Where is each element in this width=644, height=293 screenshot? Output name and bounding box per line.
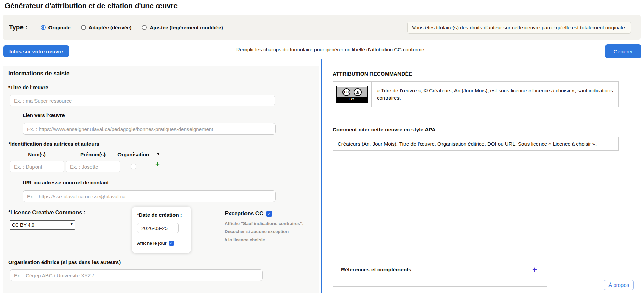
apa-citation-text: Créateurs (An, Jour Mois). Titre de l'œu… (333, 137, 618, 150)
result-panel: ATTRIBUTION RECOMMANDÉE CC BY « Titre de… (322, 59, 644, 293)
show-day-checkbox[interactable]: ✓ (169, 241, 174, 246)
authors-label: *Identification des autrices et auteurs (8, 141, 99, 147)
about-button[interactable]: À propos (604, 280, 634, 290)
type-bar: Type : Originale Adaptée (dérivée) Ajust… (3, 15, 641, 40)
link-input[interactable] (23, 123, 276, 135)
cc-icon: CC (342, 88, 350, 96)
toolbar-instruction: Remplir les champs du formulaire pour gé… (236, 46, 426, 52)
cc-badge-top: CC (337, 87, 367, 97)
radio-originale[interactable]: Originale (41, 25, 71, 30)
generate-button[interactable]: Générer (605, 44, 641, 58)
column-header-name: Nom(s) (10, 151, 64, 157)
radio-originale-label: Originale (48, 25, 71, 30)
licence-label: *Licence Creative Commons : (8, 210, 85, 216)
title-label: *Titre de l'œuvre (8, 84, 48, 90)
title-input[interactable] (10, 95, 275, 106)
organisation-checkbox[interactable] (131, 164, 136, 169)
apa-heading: Comment citer cette oeuvre en style APA … (333, 126, 438, 133)
author-name-input[interactable] (10, 161, 64, 172)
type-info-box: Vous êtes titulaire(s) des droits d'aute… (407, 22, 631, 34)
radio-ajustee[interactable]: Ajustée (légèrement modifiée) (142, 25, 223, 30)
date-card: *Date de création : Affiche le jour ✓ (132, 207, 191, 253)
radio-unselected-icon (81, 25, 86, 30)
column-header-firstname: Prénom(s) (66, 151, 120, 157)
exceptions-help-line3: à la licence choisie. (225, 237, 266, 242)
radio-ajustee-label: Ajustée (légèrement modifiée) (150, 25, 223, 30)
person-icon (354, 88, 362, 96)
exceptions-label: Exceptions CC (225, 211, 263, 217)
exceptions-help-line1: Affiche "Sauf indications contraires". (225, 221, 303, 226)
by-label: BY (337, 97, 367, 102)
exceptions-help-line2: Décocher si aucune exception (225, 229, 289, 234)
org-input[interactable] (10, 269, 263, 281)
badge-cell: CC BY (333, 82, 372, 107)
link-label: Lien vers l'œuvre (23, 112, 65, 118)
help-column-header: ? (155, 151, 162, 157)
attribution-text: « Titre de l'œuvre », © Créateurs, An (J… (372, 83, 618, 106)
form-heading: Informations de saisie (8, 70, 70, 77)
expand-references-button[interactable]: + (532, 266, 537, 274)
author-firstname-input[interactable] (66, 161, 120, 172)
show-day-label: Affiche le jour (137, 241, 167, 246)
attribution-heading: ATTRIBUTION RECOMMANDÉE (333, 71, 412, 77)
cc-by-badge: CC BY (336, 86, 368, 103)
licence-select[interactable]: CC BY 4.0 (10, 220, 75, 230)
date-label: *Date de création : (137, 212, 182, 218)
page-title: Générateur d'attribution et de citation … (5, 2, 178, 10)
form-panel: Informations de saisie *Titre de l'œuvre… (3, 66, 319, 293)
radio-unselected-icon (142, 25, 147, 30)
radio-selected-icon (41, 25, 46, 30)
references-label: Références et compléments (341, 267, 411, 273)
radio-adaptee-label: Adaptée (dérivée) (89, 25, 132, 30)
attribution-box: CC BY « Titre de l'œuvre », © Créateurs,… (333, 81, 619, 107)
exceptions-checkbox[interactable]: ✓ (266, 211, 272, 217)
contact-input[interactable] (23, 190, 276, 202)
contact-label: URL ou adresse courriel de contact (23, 179, 109, 185)
org-label: Organisation éditrice (si pas dans les a… (8, 259, 121, 265)
references-box: Références et compléments + (333, 253, 547, 287)
add-author-button[interactable]: + (155, 159, 160, 170)
infos-button[interactable]: Infos sur votre oeuvre (3, 45, 69, 57)
vertical-divider (321, 59, 322, 293)
radio-adaptee[interactable]: Adaptée (dérivée) (81, 25, 132, 30)
column-header-organisation: Organisation (114, 151, 153, 157)
type-label: Type : (9, 24, 28, 31)
date-input[interactable] (137, 223, 179, 233)
